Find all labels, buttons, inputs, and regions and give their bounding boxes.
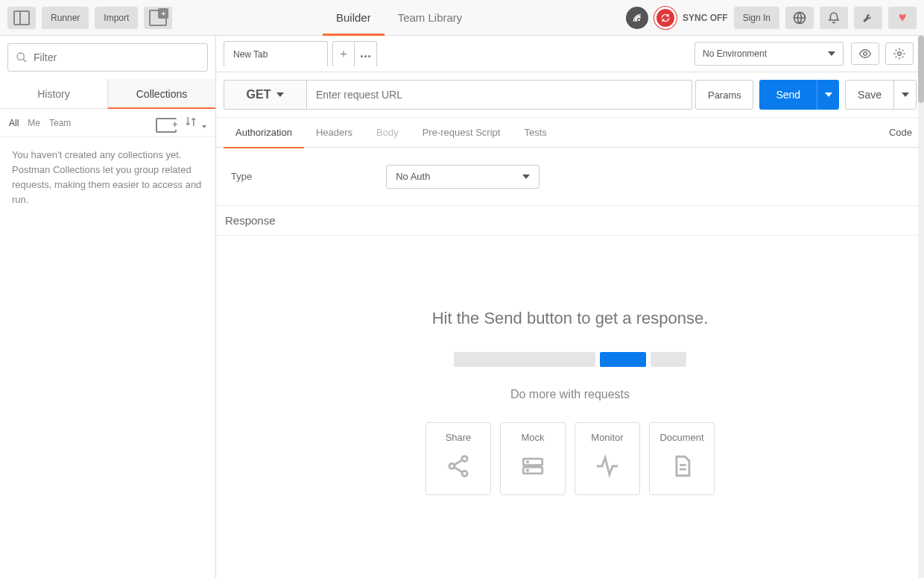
http-method-select[interactable]: GET bbox=[224, 80, 307, 110]
header-nav-tabs: Builder Team Library bbox=[323, 0, 475, 36]
search-icon bbox=[16, 51, 28, 63]
response-empty-heading: Hit the Send button to get a response. bbox=[432, 309, 709, 328]
url-input-wrap bbox=[307, 80, 692, 110]
top-header: Runner Import Builder Team Library S bbox=[0, 0, 924, 36]
card-label: Monitor bbox=[591, 432, 623, 443]
nav-tab-team-library[interactable]: Team Library bbox=[385, 0, 476, 36]
new-window-icon bbox=[149, 10, 167, 26]
http-method-label: GET bbox=[247, 88, 271, 101]
svg-line-10 bbox=[454, 467, 462, 472]
sign-in-button[interactable]: Sign In bbox=[734, 7, 779, 29]
scope-me[interactable]: Me bbox=[28, 118, 40, 128]
toggle-sidebar-button[interactable] bbox=[7, 7, 36, 29]
request-tab[interactable]: New Tab bbox=[224, 41, 328, 66]
wrench-icon bbox=[861, 11, 875, 25]
authorization-pane: Type No Auth bbox=[216, 148, 924, 206]
bell-icon bbox=[827, 11, 841, 25]
subtab-body[interactable]: Body bbox=[364, 118, 411, 148]
add-request-tab-button[interactable]: ＋ bbox=[332, 41, 355, 66]
send-options-button[interactable] bbox=[817, 80, 839, 110]
sidebar-tabs: History Collections bbox=[0, 79, 215, 109]
progress-illustration bbox=[454, 352, 686, 367]
environment-settings-button[interactable] bbox=[885, 43, 914, 65]
runner-button[interactable]: Runner bbox=[42, 7, 89, 29]
subtab-headers[interactable]: Headers bbox=[304, 118, 364, 148]
new-button[interactable] bbox=[144, 7, 172, 29]
chevron-down-icon bbox=[828, 51, 835, 56]
layout-icon bbox=[13, 10, 30, 25]
response-empty-state: Hit the Send button to get a response. D… bbox=[216, 236, 924, 578]
activity-icon bbox=[595, 453, 620, 479]
svg-line-9 bbox=[454, 460, 462, 465]
workspace: New Tab ＋ No Environment bbox=[216, 36, 924, 578]
scrollbar-thumb[interactable] bbox=[918, 36, 924, 103]
params-button[interactable]: Params bbox=[695, 80, 753, 110]
workspace-tabs-row: New Tab ＋ No Environment bbox=[216, 36, 924, 72]
environment-select[interactable]: No Environment bbox=[694, 42, 844, 66]
collections-scope-row: All Me Team bbox=[0, 109, 215, 137]
chevron-down-icon bbox=[202, 125, 206, 128]
request-tab-options-button[interactable] bbox=[355, 41, 377, 66]
workspace-scrollbar[interactable] bbox=[918, 36, 924, 578]
environment-selected-label: No Environment bbox=[703, 48, 828, 59]
card-mock[interactable]: Mock bbox=[500, 422, 566, 495]
svg-point-5 bbox=[898, 52, 902, 56]
scope-team[interactable]: Team bbox=[49, 118, 71, 128]
new-collection-button[interactable] bbox=[156, 115, 177, 131]
generate-code-link[interactable]: Code bbox=[885, 127, 917, 138]
nav-tab-builder[interactable]: Builder bbox=[323, 0, 385, 36]
collections-empty-message: You haven't created any collections yet.… bbox=[0, 137, 215, 219]
do-more-cards: Share Mock bbox=[425, 422, 715, 495]
sort-icon bbox=[184, 115, 197, 128]
card-document[interactable]: Document bbox=[649, 422, 715, 495]
scope-all[interactable]: All bbox=[9, 118, 19, 128]
sort-collections-button[interactable] bbox=[184, 115, 206, 131]
satellite-icon bbox=[631, 12, 643, 24]
save-button[interactable]: Save bbox=[846, 81, 893, 109]
sidebar: History Collections All Me Team You have… bbox=[0, 36, 216, 578]
card-label: Document bbox=[659, 432, 703, 443]
auth-type-select[interactable]: No Auth bbox=[386, 165, 539, 189]
globe-icon bbox=[792, 10, 807, 25]
sync-label: SYNC OFF bbox=[683, 13, 728, 23]
sidebar-tab-collections[interactable]: Collections bbox=[108, 79, 215, 108]
card-share[interactable]: Share bbox=[425, 422, 491, 495]
gear-icon bbox=[893, 47, 906, 60]
save-options-button[interactable] bbox=[893, 81, 916, 109]
card-monitor[interactable]: Monitor bbox=[575, 422, 640, 495]
svg-point-13 bbox=[527, 461, 529, 463]
chevron-down-icon bbox=[522, 175, 530, 179]
environment-quick-look-button[interactable] bbox=[851, 43, 879, 65]
filter-input[interactable] bbox=[34, 51, 200, 63]
interceptor-button[interactable] bbox=[785, 7, 814, 29]
svg-point-0 bbox=[638, 19, 640, 21]
subtab-authorization[interactable]: Authorization bbox=[224, 118, 304, 148]
eye-icon bbox=[858, 47, 872, 60]
subtab-prerequest[interactable]: Pre-request Script bbox=[411, 118, 513, 148]
svg-point-14 bbox=[527, 469, 529, 471]
chevron-down-icon bbox=[902, 92, 909, 97]
request-subtabs: Authorization Headers Body Pre-request S… bbox=[216, 118, 924, 148]
save-button-group: Save bbox=[845, 80, 917, 110]
svg-line-3 bbox=[23, 59, 26, 62]
subtab-tests[interactable]: Tests bbox=[512, 118, 558, 148]
sync-icon bbox=[654, 7, 677, 29]
request-builder-row: GET Params Send Save bbox=[216, 72, 924, 118]
heart-icon: ♥ bbox=[899, 10, 907, 25]
document-icon bbox=[669, 453, 694, 479]
notifications-button[interactable] bbox=[820, 7, 848, 29]
settings-button[interactable] bbox=[854, 7, 882, 29]
card-label: Mock bbox=[521, 432, 544, 443]
capture-requests-button[interactable] bbox=[626, 7, 648, 29]
auth-type-label: Type bbox=[231, 171, 252, 182]
filter-box bbox=[7, 43, 208, 72]
chevron-down-icon bbox=[276, 92, 284, 97]
favorite-button[interactable]: ♥ bbox=[888, 7, 917, 29]
send-button[interactable]: Send bbox=[759, 80, 817, 110]
sidebar-tab-history[interactable]: History bbox=[0, 79, 108, 108]
sync-status[interactable]: SYNC OFF bbox=[654, 7, 728, 29]
card-label: Share bbox=[446, 432, 472, 443]
send-button-group: Send bbox=[759, 80, 839, 110]
import-button[interactable]: Import bbox=[95, 7, 138, 29]
request-url-input[interactable] bbox=[307, 89, 692, 101]
